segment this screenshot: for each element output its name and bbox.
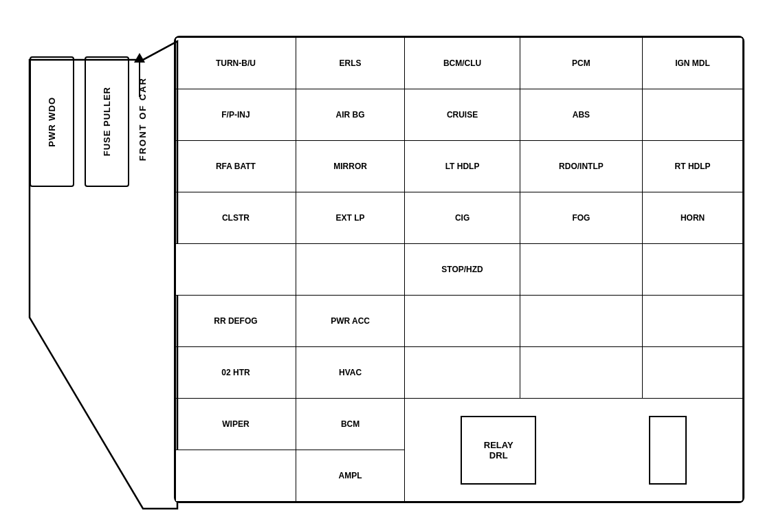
fuse-cell: BCM/CLU	[405, 38, 520, 89]
fuse-cell: STOP/HZD	[405, 244, 520, 296]
fuse-cell-empty	[643, 244, 743, 296]
fuse-cell: AIR BG	[296, 89, 404, 141]
pwr-wdo-box: PWR WDO	[30, 56, 74, 187]
table-row: TURN-B/U ERLS BCM/CLU PCM IGN MDL	[176, 38, 743, 89]
fuse-table-wrapper: TURN-B/U ERLS BCM/CLU PCM IGN MDL F/P-IN…	[174, 36, 744, 503]
table-row: F/P-INJ AIR BG CRUISE ABS	[176, 89, 743, 141]
fuse-cell: EXT LP	[296, 192, 404, 244]
fuse-cell: AMPL	[296, 450, 404, 502]
fuse-cell-empty	[520, 296, 642, 347]
front-of-car-label: FRONT OF CAR	[137, 77, 148, 161]
fuse-cell: RT HDLP	[643, 141, 743, 192]
front-of-car: FRONT OF CAR	[137, 56, 148, 297]
fuse-cell-empty	[520, 347, 642, 399]
fuse-cell: ABS	[520, 89, 642, 141]
fuse-puller-box: FUSE PULLER	[85, 56, 129, 187]
relay-area-cell: RELAYDRL	[405, 399, 743, 502]
table-row: RR DEFOG PWR ACC	[176, 296, 743, 347]
fuse-cell: CIG	[405, 192, 520, 244]
fuse-cell: IGN MDL	[643, 38, 743, 89]
fuse-cell: HORN	[643, 192, 743, 244]
relay-drl-box: RELAYDRL	[461, 416, 536, 485]
table-row: WIPER BCM RELAYDRL	[176, 399, 743, 450]
relay-boxes-container: RELAYDRL	[408, 401, 740, 498]
fuse-cell: FOG	[520, 192, 642, 244]
fuse-cell: RFA BATT	[176, 141, 296, 192]
fuse-cell: 02 HTR	[176, 347, 296, 399]
fuse-cell-empty	[520, 244, 642, 296]
table-row: RFA BATT MIRROR LT HDLP RDO/INTLP RT HDL…	[176, 141, 743, 192]
fuse-cell: CLSTR	[176, 192, 296, 244]
table-row: STOP/HZD	[176, 244, 743, 296]
fuse-cell-empty	[643, 296, 743, 347]
fuse-cell: PCM	[520, 38, 642, 89]
fuse-cell-empty	[176, 450, 296, 502]
fuse-cell: RDO/INTLP	[520, 141, 642, 192]
fuse-cell-empty	[176, 244, 296, 296]
fuse-cell: ERLS	[296, 38, 404, 89]
svg-line-1	[143, 41, 177, 60]
fuse-cell: RR DEFOG	[176, 296, 296, 347]
fuse-cell: PWR ACC	[296, 296, 404, 347]
fuse-cell: BCM	[296, 399, 404, 450]
fuse-cell-empty	[405, 347, 520, 399]
table-row: CLSTR EXT LP CIG FOG HORN	[176, 192, 743, 244]
fuse-cell: F/P-INJ	[176, 89, 296, 141]
fuse-cell: HVAC	[296, 347, 404, 399]
small-relay-box	[649, 416, 687, 485]
fuse-cell-empty	[296, 244, 404, 296]
fuse-cell-empty	[643, 347, 743, 399]
fuse-cell: LT HDLP	[405, 141, 520, 192]
fuse-cell-empty	[405, 296, 520, 347]
fuse-cell: MIRROR	[296, 141, 404, 192]
pwr-wdo-label: PWR WDO	[47, 97, 57, 147]
fuse-cell: CRUISE	[405, 89, 520, 141]
fuse-puller-label: FUSE PULLER	[102, 87, 112, 156]
fuse-cell: TURN-B/U	[176, 38, 296, 89]
table-row: 02 HTR HVAC	[176, 347, 743, 399]
fuse-diagram: PWR WDO FUSE PULLER FRONT OF CAR TURN-B/…	[23, 15, 751, 517]
fuse-cell: WIPER	[176, 399, 296, 450]
fuse-table: TURN-B/U ERLS BCM/CLU PCM IGN MDL F/P-IN…	[175, 37, 743, 502]
fuse-cell-empty	[643, 89, 743, 141]
